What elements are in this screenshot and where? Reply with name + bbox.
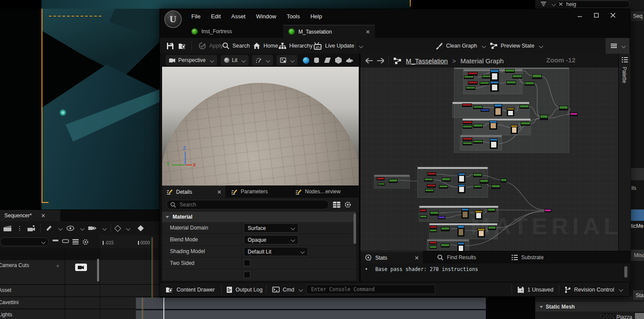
unsaved-button[interactable]: * 1 Unsaved	[517, 282, 554, 297]
menu-item-window[interactable]: Window	[251, 9, 281, 20]
preview-shape-cube-button[interactable]	[335, 57, 342, 64]
menu-item-tools[interactable]: Tools	[281, 9, 305, 20]
graph-node-blue[interactable]	[490, 138, 498, 149]
close-icon[interactable]	[366, 30, 370, 34]
graph-node-magenta[interactable]	[544, 209, 551, 212]
graph-node-green[interactable]	[425, 189, 434, 192]
sequencer-search-combo[interactable]	[0, 237, 49, 246]
details-search-input[interactable]	[179, 201, 312, 208]
graph-node-blue[interactable]	[458, 173, 465, 183]
key-diamond-icon[interactable]	[138, 225, 144, 231]
close-icon[interactable]	[610, 13, 616, 18]
graph-node-green[interactable]	[424, 178, 433, 182]
graph-node-blue[interactable]	[457, 225, 464, 237]
graph-node-green[interactable]	[480, 179, 488, 184]
graph-node-green[interactable]	[480, 82, 489, 85]
graph-node-red[interactable]	[463, 137, 472, 141]
graph-node-green[interactable]	[488, 226, 496, 230]
playhead-white-line[interactable]	[163, 298, 164, 319]
graph-node-green[interactable]	[492, 185, 500, 189]
view-rows-icon[interactable]	[72, 239, 79, 244]
home-button[interactable]: Home	[253, 38, 278, 54]
property-select[interactable]: Surface	[244, 223, 298, 233]
vertical-scrollbar[interactable]	[97, 259, 99, 281]
graph-node-red[interactable]	[429, 241, 437, 244]
camera-button[interactable]	[75, 264, 87, 271]
preview-shape-sphere-button[interactable]	[303, 57, 309, 64]
console-command-field[interactable]	[306, 285, 435, 294]
close-button[interactable]	[218, 190, 221, 194]
maximize-icon[interactable]	[594, 13, 599, 18]
show-flags-dropdown[interactable]	[252, 55, 273, 65]
graph-node-green[interactable]	[473, 173, 482, 177]
stats-tab-substrate[interactable]: Substrate	[507, 251, 564, 264]
stat-button-partial[interactable]: Stat	[633, 290, 644, 301]
preview-shape-plane-button[interactable]	[324, 57, 331, 63]
menu-item-asset[interactable]: Asset	[226, 9, 251, 20]
timeline-lane[interactable]	[136, 310, 486, 319]
graph-node-blue[interactable]	[490, 81, 499, 92]
graph-node-blue[interactable]	[458, 184, 465, 193]
chevron-down-icon[interactable]	[126, 226, 131, 230]
material-preview-area[interactable]: Z Y X	[162, 67, 359, 185]
graph-node-green[interactable]	[441, 244, 450, 247]
filter-chevron-icon[interactable]	[552, 2, 556, 7]
view-options-dropdown[interactable]	[277, 55, 298, 65]
graph-node-green[interactable]	[540, 115, 548, 120]
graph-canvas[interactable]: MATERIAL	[360, 68, 618, 251]
search-button[interactable]: Search	[222, 38, 250, 54]
graph-node-gold[interactable]	[475, 210, 482, 220]
column-divider[interactable]	[100, 248, 100, 319]
graph-node-green[interactable]	[377, 183, 385, 185]
graph-node-blue[interactable]	[490, 69, 499, 81]
graph-node-red[interactable]	[427, 184, 436, 188]
wrench-icon[interactable]	[45, 225, 52, 232]
property-select[interactable]: Opaque	[244, 235, 298, 244]
close-button[interactable]	[415, 256, 419, 260]
content-drawer-button[interactable]: Content Drawer	[166, 282, 215, 297]
graph-node-green[interactable]	[559, 106, 568, 110]
graph-comment-box[interactable]	[417, 167, 488, 198]
column-divider[interactable]	[65, 248, 65, 319]
property-checkbox[interactable]	[244, 271, 250, 278]
property-select[interactable]: Default Lit	[244, 247, 308, 256]
graph-node-green[interactable]	[442, 178, 450, 182]
graph-node-green[interactable]	[441, 227, 450, 231]
toolbar-overflow-menu[interactable]	[606, 38, 630, 54]
close-button[interactable]	[366, 30, 370, 34]
graph-node-red[interactable]	[429, 226, 437, 229]
render-movie-icon[interactable]	[27, 225, 36, 232]
perspective-dropdown[interactable]: Perspective	[166, 55, 217, 65]
asset-thumbnail[interactable]	[602, 313, 615, 319]
chevron-down-icon[interactable]	[80, 226, 85, 230]
graph-node-red[interactable]	[462, 103, 472, 107]
add-track-button[interactable]: +	[56, 262, 59, 269]
property-checkbox[interactable]	[244, 260, 250, 266]
close-icon[interactable]	[415, 256, 419, 260]
graph-node-red[interactable]	[427, 172, 436, 176]
graph-node-green[interactable]	[389, 179, 398, 183]
preview-shape-cylinder-button[interactable]	[313, 57, 320, 64]
close-icon[interactable]	[42, 214, 45, 217]
graph-node-blue[interactable]	[461, 208, 469, 219]
selected-row-partial[interactable]	[631, 209, 644, 221]
asset-tab-inst_fortress[interactable]: Inst_Fortress	[186, 25, 271, 38]
asset-tab-m_tasselation[interactable]: M_Tasselation	[283, 25, 375, 38]
stats-scrollbar[interactable]	[624, 266, 627, 278]
menu-item-edit[interactable]: Edit	[206, 9, 226, 20]
menu-item-help[interactable]: Help	[305, 9, 327, 20]
clear-search-icon[interactable]	[559, 2, 563, 6]
graph-node-blue[interactable]	[489, 120, 497, 130]
forward-arrow-icon[interactable]	[377, 58, 384, 63]
graph-node-green[interactable]	[506, 81, 516, 85]
material-section-header[interactable]: Material	[162, 212, 356, 222]
graph-node-green[interactable]	[474, 185, 481, 189]
breadcrumb-asset[interactable]: M_Tasselation	[406, 57, 448, 65]
gear-icon[interactable]	[344, 201, 351, 208]
window-title-bar[interactable]: U FileEditAssetWindowToolsHelp	[160, 9, 630, 25]
graph-node-green[interactable]	[473, 124, 483, 128]
lit-dropdown[interactable]: Lit	[221, 55, 249, 65]
graph-node-green[interactable]	[525, 82, 534, 86]
details-scrollbar[interactable]	[353, 213, 356, 244]
level-viewport[interactable]	[0, 0, 159, 209]
